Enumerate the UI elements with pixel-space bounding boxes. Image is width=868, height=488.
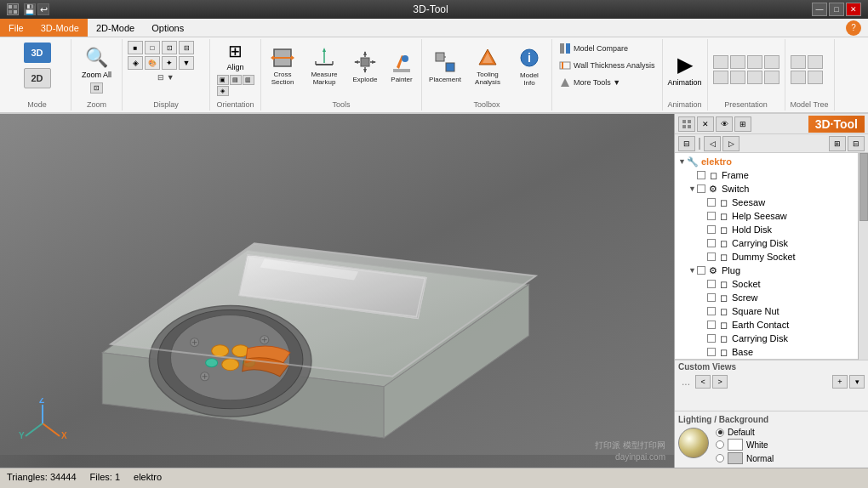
- tree-btn-3[interactable]: [791, 71, 806, 84]
- tree-item-squarenut[interactable]: ◻ Square Nut: [675, 304, 858, 318]
- tree-item-screw1[interactable]: ◻ Screw: [675, 291, 858, 304]
- tree-btn-4[interactable]: [808, 71, 823, 84]
- orient-btn-1[interactable]: ▣: [217, 75, 229, 85]
- display-extra-btn[interactable]: ▼: [179, 56, 194, 70]
- tree-checkbox[interactable]: [697, 171, 705, 179]
- cb[interactable]: [707, 293, 716, 302]
- placement-button[interactable]: Placement: [425, 41, 465, 92]
- cb[interactable]: [707, 198, 716, 207]
- panel-tb-btn1[interactable]: ⊟: [678, 136, 695, 151]
- display-section-btn[interactable]: ✦: [162, 56, 177, 70]
- tree-item-carryingdisk2[interactable]: ◻ Carrying Disk: [675, 332, 858, 345]
- display-wireframe-btn[interactable]: □: [145, 41, 160, 54]
- panel-close-btn[interactable]: ✕: [697, 116, 714, 132]
- tree-item-earthcontact[interactable]: ◻ Earth Contact: [675, 318, 858, 332]
- align-icon[interactable]: ⊞: [228, 41, 243, 61]
- mode-2d-button[interactable]: 2D: [20, 66, 55, 90]
- cb[interactable]: [707, 321, 716, 329]
- pres-btn-5[interactable]: [713, 71, 728, 84]
- pres-btn-6[interactable]: [730, 71, 745, 84]
- tree-btn-2[interactable]: [808, 55, 823, 69]
- zoom-all-icon[interactable]: 🔍: [85, 47, 108, 69]
- cv-add-button[interactable]: +: [832, 375, 848, 389]
- menu-file[interactable]: File: [0, 19, 32, 37]
- display-edges-btn[interactable]: ⊡: [162, 41, 177, 54]
- cb[interactable]: [707, 212, 716, 220]
- cb[interactable]: [707, 307, 716, 315]
- tree-item-holddisk[interactable]: ◻ Hold Disk: [675, 223, 858, 236]
- tree-toggle[interactable]: ▼: [678, 157, 687, 166]
- radio-white[interactable]: [716, 440, 724, 449]
- tree-item-frame[interactable]: ◻ Frame: [675, 168, 858, 182]
- cb[interactable]: [707, 225, 716, 234]
- tree-item-dummysocket[interactable]: ◻ Dummy Socket: [675, 250, 858, 264]
- panel-eye-btn[interactable]: 👁: [716, 116, 733, 132]
- cb[interactable]: [707, 280, 716, 288]
- save-icon[interactable]: 💾: [24, 3, 36, 15]
- panel-tb-btn3[interactable]: ▷: [722, 136, 740, 151]
- display-shaded-btn[interactable]: ■: [128, 41, 143, 54]
- cross-section-button[interactable]: CrossSection: [265, 41, 300, 92]
- display-dropdown[interactable]: ⊟ ▼: [157, 73, 174, 82]
- tree-item-seesaw[interactable]: ◻ Seesaw: [675, 196, 858, 209]
- model-tree[interactable]: ▼ 🔧 elektro ◻ Frame ▼ ⚙ Switch: [675, 153, 858, 360]
- model-compare-button[interactable]: Model Compare: [556, 41, 659, 56]
- zoom-small-btn[interactable]: ⊡: [90, 82, 103, 94]
- cb[interactable]: [707, 253, 716, 261]
- panel-tb-btn5[interactable]: ⊟: [848, 136, 865, 151]
- display-color-btn[interactable]: 🎨: [145, 56, 160, 70]
- menu-3dmode[interactable]: 3D-Mode: [32, 19, 88, 37]
- tree-toggle-switch[interactable]: ▼: [688, 184, 697, 193]
- cb-plug[interactable]: [697, 266, 705, 275]
- tooling-analysis-button[interactable]: ToolingAnalysis: [468, 41, 507, 92]
- menu-options[interactable]: Options: [143, 19, 192, 37]
- help-button[interactable]: ?: [846, 20, 861, 36]
- orient-btn-4[interactable]: ◈: [217, 86, 229, 96]
- tree-scrollbar[interactable]: [858, 153, 868, 360]
- model-info-button[interactable]: i Model Info: [511, 41, 548, 92]
- tree-checkbox-switch[interactable]: [697, 184, 705, 193]
- tree-item-carryingdisk1[interactable]: ◻ Carrying Disk: [675, 236, 858, 250]
- cv-options-button[interactable]: ▾: [849, 375, 865, 389]
- panel-expand-btn[interactable]: ⊞: [734, 116, 751, 132]
- explode-button[interactable]: Explode: [348, 41, 382, 92]
- pres-btn-2[interactable]: [730, 55, 745, 69]
- pres-btn-4[interactable]: [764, 55, 779, 69]
- tree-item-helpseesaw[interactable]: ◻ Help Seesaw: [675, 209, 858, 223]
- 3d-viewport[interactable]: X Y Z 打印派 模型打印网 dayinpai.com: [0, 114, 674, 468]
- pres-btn-7[interactable]: [747, 71, 762, 84]
- measure-markup-button[interactable]: MeasureMarkup: [304, 41, 345, 92]
- menu-2dmode[interactable]: 2D-Mode: [88, 19, 143, 37]
- animation-icon[interactable]: ▶: [677, 53, 693, 77]
- lighting-globe[interactable]: [678, 428, 709, 458]
- close-button[interactable]: ✕: [846, 3, 861, 16]
- pres-btn-1[interactable]: [713, 55, 728, 69]
- radio-default[interactable]: [716, 428, 724, 437]
- cb[interactable]: [707, 239, 716, 247]
- tree-item-base[interactable]: ◻ Base: [675, 345, 858, 359]
- cb[interactable]: [707, 334, 716, 343]
- painter-button[interactable]: Painter: [385, 41, 418, 92]
- orient-btn-2[interactable]: ▤: [230, 75, 242, 85]
- scrollbar-thumb[interactable]: [859, 153, 868, 221]
- tree-toggle-plug[interactable]: ▼: [688, 266, 697, 275]
- panel-tb-btn4[interactable]: ⊞: [829, 136, 846, 151]
- cv-prev-button[interactable]: <: [695, 375, 711, 389]
- panel-tb-btn2[interactable]: ◁: [704, 136, 721, 151]
- orient-btn-3[interactable]: ▥: [243, 75, 254, 85]
- undo-icon[interactable]: ↩: [37, 3, 49, 15]
- more-tools-button[interactable]: More Tools ▼: [556, 75, 659, 90]
- minimize-button[interactable]: —: [812, 3, 827, 16]
- tree-btn-1[interactable]: [791, 55, 806, 69]
- tree-item-socket[interactable]: ◻ Socket: [675, 277, 858, 291]
- tree-item-elektro[interactable]: ▼ 🔧 elektro: [675, 155, 858, 168]
- panel-view-btn[interactable]: [678, 116, 695, 132]
- radio-normal[interactable]: [716, 454, 724, 462]
- wall-thickness-button[interactable]: Wall Thickness Analysis: [556, 58, 659, 73]
- cb[interactable]: [707, 348, 716, 356]
- mode-3d-button[interactable]: 3D: [20, 41, 55, 65]
- tree-item-plug[interactable]: ▼ ⚙ Plug: [675, 264, 858, 277]
- display-hidden-btn[interactable]: ⊟: [179, 41, 194, 54]
- maximize-button[interactable]: □: [829, 3, 844, 16]
- cv-next-button[interactable]: >: [712, 375, 728, 389]
